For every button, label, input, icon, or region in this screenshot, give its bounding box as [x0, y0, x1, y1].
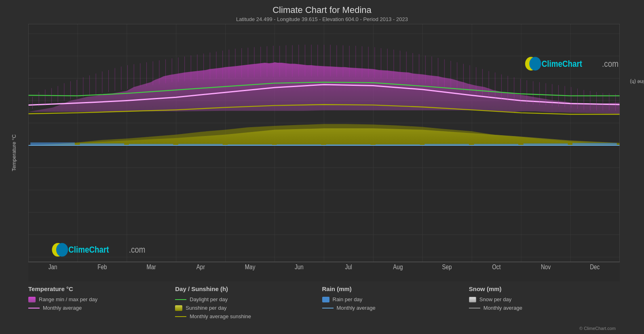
main-container: Climate Chart for Medina Latitude 24.499…	[0, 0, 644, 334]
legend-snow-avg: Monthly average	[469, 305, 616, 311]
svg-text:Oct: Oct	[492, 264, 500, 270]
svg-point-164	[529, 57, 541, 71]
svg-text:ClimeChart: ClimeChart	[542, 59, 583, 68]
svg-rect-23	[30, 143, 75, 145]
chart-subtitle: Latitude 24.499 - Longitude 39.615 - Ele…	[0, 16, 644, 22]
snow-swatch	[469, 297, 476, 302]
chart-svg: Jan Feb Mar Apr May Jun Jul Aug Sep Oct …	[28, 24, 620, 281]
legend-temp-avg-label: Monthly average	[43, 305, 82, 311]
copyright: © ClimeChart.com	[579, 326, 616, 331]
svg-text:Jun: Jun	[295, 264, 304, 270]
legend-snow-per-day: Snow per day	[469, 296, 616, 302]
temp-range-swatch	[28, 297, 36, 302]
svg-text:Mar: Mar	[146, 264, 156, 270]
legend-temp-avg: Monthly average	[28, 305, 175, 311]
legend-sunshine-title: Day / Sunshine (h)	[175, 285, 322, 292]
legend-rain: Rain (mm) Rain per day Monthly average	[322, 285, 469, 332]
svg-text:ClimeChart: ClimeChart	[68, 245, 109, 254]
legend-temp-title: Temperature °C	[28, 285, 175, 292]
sunshine-avg-swatch	[175, 316, 186, 317]
legend-snow: Snow (mm) Snow per day Monthly average	[469, 285, 616, 332]
legend-temp-range: Range min / max per day	[28, 296, 175, 302]
legend-sunshine-avg: Monthly average sunshine	[175, 313, 322, 319]
svg-text:Dec: Dec	[590, 264, 600, 270]
right-axis-top-label: Day / Sunshine (h)	[630, 79, 644, 85]
rain-avg-swatch	[322, 308, 334, 308]
legend-rain-title: Rain (mm)	[322, 285, 469, 292]
svg-text:Sep: Sep	[442, 264, 452, 270]
legend-temp-range-label: Range min / max per day	[39, 296, 97, 302]
title-area: Climate Chart for Medina Latitude 24.499…	[0, 0, 644, 24]
legend-sunshine: Day / Sunshine (h) Daylight per day Suns…	[175, 285, 322, 332]
legend-sunshine-avg-label: Monthly average sunshine	[190, 313, 251, 319]
legend-rain-avg-label: Monthly average	[337, 305, 376, 311]
legend-rain-avg: Monthly average	[322, 305, 469, 311]
daylight-swatch	[175, 299, 186, 300]
svg-point-168	[56, 243, 68, 257]
svg-text:May: May	[245, 264, 255, 270]
svg-text:Nov: Nov	[541, 264, 551, 270]
chart-title: Climate Chart for Medina	[0, 5, 644, 15]
legend-snow-per-day-label: Snow per day	[479, 296, 512, 302]
svg-text:.com: .com	[129, 245, 146, 254]
svg-text:Feb: Feb	[97, 264, 107, 270]
legend-snow-title: Snow (mm)	[469, 285, 616, 292]
legend-daylight: Daylight per day	[175, 296, 322, 302]
sunshine-swatch	[175, 305, 182, 311]
legend-temperature: Temperature °C Range min / max per day M…	[28, 285, 175, 332]
svg-text:Apr: Apr	[196, 264, 205, 270]
legend-snow-avg-label: Monthly average	[484, 305, 522, 311]
svg-text:Jul: Jul	[345, 264, 352, 270]
chart-area: Jan Feb Mar Apr May Jun Jul Aug Sep Oct …	[28, 24, 620, 281]
svg-text:Jan: Jan	[49, 264, 57, 270]
rain-swatch	[322, 297, 329, 302]
legend-sunshine-per-day-label: Sunshine per day	[186, 305, 226, 311]
svg-text:Aug: Aug	[393, 264, 403, 270]
temp-avg-line-swatch	[28, 308, 40, 308]
legend-sunshine-per-day: Sunshine per day	[175, 305, 322, 311]
y-axis-left-label: Temperature °C	[11, 134, 17, 171]
legend-daylight-label: Daylight per day	[190, 296, 228, 302]
legend-rain-per-day-label: Rain per day	[333, 296, 363, 302]
legend-area: Temperature °C Range min / max per day M…	[0, 281, 644, 334]
legend-rain-per-day: Rain per day	[322, 296, 469, 302]
svg-text:.com: .com	[602, 59, 619, 68]
snow-avg-swatch	[469, 308, 480, 308]
